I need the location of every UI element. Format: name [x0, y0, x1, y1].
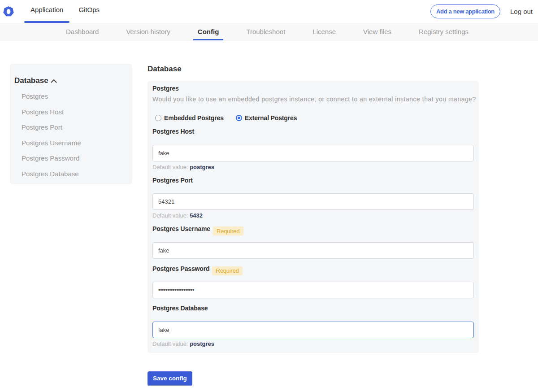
content-area: Database Postgres Postgres Host Postgres…: [0, 40, 538, 385]
default-value-prefix: Default value:: [152, 340, 188, 347]
required-badge: Required: [212, 266, 243, 275]
radio-circle-icon: [155, 115, 161, 121]
sidebar-item-postgres-host[interactable]: Postgres Host: [14, 108, 128, 117]
radio-label: Embedded Postgres: [164, 114, 224, 122]
field-help-text: Would you like to use an embedded postgr…: [152, 95, 474, 103]
default-value-text: postgres: [190, 164, 214, 170]
radio-embedded-postgres[interactable]: Embedded Postgres: [155, 114, 224, 122]
postgres-database-input[interactable]: [152, 322, 474, 338]
radio-external-postgres[interactable]: External Postgres: [236, 114, 297, 122]
config-item-postgres-password: Postgres Password Required: [152, 265, 474, 298]
config-main: Database Postgres Would you like to use …: [148, 64, 479, 385]
subtab-dashboard[interactable]: Dashboard: [61, 23, 103, 40]
config-item-postgres-username: Postgres Username Required: [152, 225, 474, 259]
postgres-port-input[interactable]: [152, 193, 474, 210]
default-value-prefix: Default value:: [152, 212, 188, 219]
subtab-view-files[interactable]: View files: [359, 23, 396, 40]
radio-circle-icon: [236, 115, 242, 121]
tab-gitops[interactable]: GitOps: [72, 0, 106, 23]
subtab-troubleshoot[interactable]: Troubleshoot: [242, 23, 290, 40]
add-new-application-button[interactable]: Add a new application: [430, 4, 500, 18]
top-navbar: Application GitOps Add a new application…: [0, 0, 538, 23]
config-sidebar: Database Postgres Postgres Host Postgres…: [10, 64, 132, 184]
field-label-postgres-username: Postgres Username: [152, 225, 210, 232]
default-value-line: Default value: postgres: [152, 341, 474, 347]
logout-link[interactable]: Log out: [510, 8, 533, 15]
sidebar-item-postgres-password[interactable]: Postgres Password: [14, 154, 128, 163]
sidebar-item-postgres-port[interactable]: Postgres Port: [14, 123, 128, 132]
default-value-line: Default value: postgres: [152, 164, 474, 170]
config-item-postgres-port: Postgres Port Default value: 5432: [152, 176, 474, 219]
page-title: Database: [148, 65, 479, 74]
navbar-right: Add a new application Log out: [430, 0, 538, 23]
field-label-postgres-password: Postgres Password: [152, 265, 209, 272]
config-item-postgres-database: Postgres Database Default value: postgre…: [152, 305, 474, 347]
sidebar-item-postgres[interactable]: Postgres: [14, 92, 128, 101]
subtab-version-history[interactable]: Version history: [121, 23, 174, 40]
sidebar-item-postgres-database[interactable]: Postgres Database: [14, 170, 128, 179]
config-item-postgres-host: Postgres Host Default value: postgres: [152, 128, 474, 170]
required-badge: Required: [213, 226, 243, 235]
tab-application[interactable]: Application: [24, 0, 69, 23]
postgres-host-input[interactable]: [152, 145, 474, 161]
field-label-postgres-port: Postgres Port: [152, 177, 193, 184]
sidebar-items: Postgres Postgres Host Postgres Port Pos…: [14, 92, 128, 179]
subtab-registry-settings[interactable]: Registry settings: [414, 23, 473, 40]
top-tabs: Application GitOps: [24, 0, 106, 23]
save-config-button[interactable]: Save config: [148, 371, 192, 385]
default-value-text: postgres: [190, 340, 214, 347]
app-subnav: Dashboard Version history Config Trouble…: [0, 23, 538, 40]
postgres-password-input[interactable]: [152, 282, 474, 298]
field-label-postgres-database: Postgres Database: [152, 305, 208, 312]
sidebar-item-postgres-username[interactable]: Postgres Username: [14, 139, 128, 148]
radio-label: External Postgres: [245, 114, 297, 122]
app-logo[interactable]: [0, 0, 14, 23]
default-value-line: Default value: 5432: [152, 213, 474, 219]
subtab-license[interactable]: License: [308, 23, 340, 40]
sidebar-group-database[interactable]: Database: [14, 76, 128, 85]
postgres-username-input[interactable]: [152, 242, 474, 259]
subtab-config[interactable]: Config: [193, 23, 223, 40]
config-item-postgres-select: Postgres Would you like to use an embedd…: [152, 84, 474, 122]
field-label-postgres: Postgres: [152, 85, 179, 92]
config-card: Postgres Would you like to use an embedd…: [148, 81, 479, 353]
postgres-radio-group: Embedded Postgres External Postgres: [152, 114, 474, 122]
field-label-postgres-host: Postgres Host: [152, 128, 194, 135]
chevron-up-icon: [51, 79, 57, 83]
sidebar-group-label: Database: [14, 76, 48, 85]
default-value-text: 5432: [190, 212, 203, 219]
default-value-prefix: Default value:: [152, 164, 188, 170]
heptagon-logo-icon: [3, 6, 14, 17]
